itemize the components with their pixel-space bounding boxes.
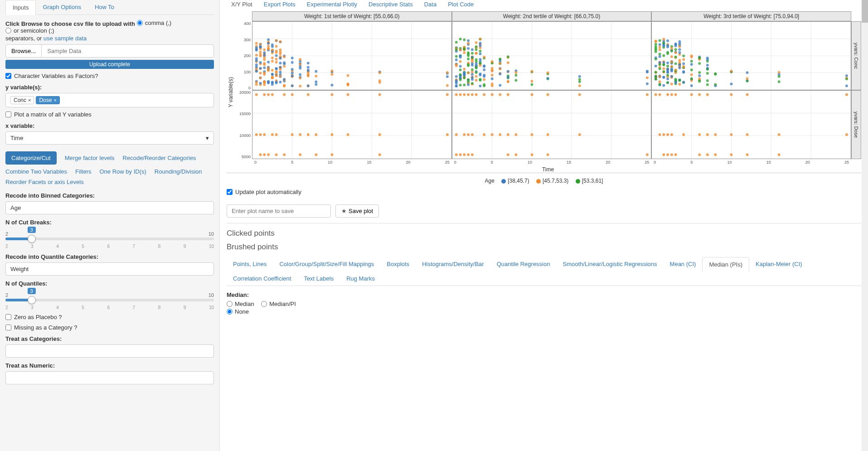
browse-button[interactable]: Browse... [5, 44, 42, 58]
yvar-select[interactable]: Conc× Dose× [5, 93, 214, 107]
recode-binned-select[interactable]: Age [5, 201, 214, 214]
svg-point-217 [455, 75, 457, 78]
tab-how-to[interactable]: How To [88, 0, 121, 15]
svg-point-658 [475, 93, 477, 96]
median-radio-medianpi[interactable]: Median/PI [261, 301, 296, 307]
svg-point-588 [845, 84, 848, 87]
rounding-link[interactable]: Rounding/Division [155, 168, 202, 175]
tab-correlation[interactable]: Correlation Coefficient [227, 272, 297, 286]
svg-point-294 [471, 58, 474, 61]
svg-point-621 [307, 93, 310, 96]
filters-link[interactable]: Filters [75, 168, 91, 175]
tab-quantile-reg[interactable]: Quantile Regression [490, 257, 557, 272]
tab-data[interactable]: Data [424, 1, 436, 8]
svg-point-473 [666, 68, 669, 70]
tab-smooth-reg[interactable]: Smooth/Linear/Logistic Regressions [556, 257, 663, 272]
svg-point-696 [666, 133, 669, 136]
svg-point-318 [479, 53, 481, 55]
svg-point-543 [690, 63, 693, 66]
recode-quantile-select[interactable]: Weight [5, 262, 214, 276]
one-row-ids-link[interactable]: One Row by ID(s) [99, 168, 146, 175]
char-vars-factors-checkbox[interactable]: Character Variables as Factors? [5, 73, 214, 79]
treat-numeric-select[interactable] [5, 371, 214, 384]
facet-panel[interactable] [252, 21, 452, 90]
tab-median-pis[interactable]: Median (PIs) [702, 257, 749, 272]
svg-point-456 [663, 67, 665, 70]
svg-point-721 [845, 133, 848, 136]
tab-rug-marks[interactable]: Rug Marks [340, 272, 381, 286]
svg-point-483 [670, 55, 673, 58]
tab-mean-ci[interactable]: Mean (CI) [664, 257, 703, 272]
slider-handle[interactable] [28, 296, 36, 304]
svg-point-232 [459, 65, 461, 68]
svg-point-307 [475, 52, 477, 55]
tab-text-labels[interactable]: Text Labels [297, 272, 340, 286]
zero-placebo-checkbox[interactable]: Zero as Placebo ? [5, 314, 214, 320]
plot-matrix-checkbox[interactable]: Plot a matrix of all Y variables [5, 111, 214, 118]
sidebar-panel: Inputs Graph Options How To Click Browse… [0, 0, 220, 451]
svg-point-501 [674, 51, 677, 54]
svg-point-393 [646, 77, 649, 79]
categorize-cut-button[interactable]: Categorize/Cut [5, 151, 57, 165]
tab-mappings[interactable]: Color/Group/Split/Size/Fill Mappings [273, 257, 380, 272]
recode-reorder-link[interactable]: Recode/Reorder Categories [123, 155, 196, 161]
slider-handle[interactable] [28, 235, 36, 243]
svg-point-332 [479, 50, 481, 53]
reorder-facets-link[interactable]: Reorder Facets or axis Levels [5, 179, 84, 185]
svg-point-351 [490, 82, 493, 85]
scrollbar[interactable] [862, 0, 868, 451]
n-cut-breaks-slider[interactable]: 210 3 2345678910 [5, 231, 214, 249]
yvar-tag-conc[interactable]: Conc× [10, 96, 34, 104]
missing-category-checkbox[interactable]: Missing as a Category ? [5, 324, 214, 331]
facet-panel[interactable] [252, 90, 452, 159]
median-radio-none[interactable]: None [227, 308, 249, 315]
facet-panel[interactable] [452, 21, 652, 90]
sep-comma-radio[interactable]: comma (,) [137, 19, 172, 26]
facet-panel[interactable] [651, 21, 851, 90]
sep-semicolon-radio[interactable]: or semicolon (;) [5, 27, 54, 34]
svg-point-362 [499, 68, 501, 70]
tab-export[interactable]: Export Plots [264, 1, 296, 8]
tab-stats[interactable]: Descriptive Stats [369, 1, 413, 8]
svg-point-435 [659, 43, 661, 46]
merge-levels-link[interactable]: Merge factor levels [65, 155, 115, 161]
median-radio-median[interactable]: Median [227, 301, 254, 307]
svg-point-187 [347, 74, 349, 77]
yvar-tag-dose[interactable]: Dose× [36, 96, 59, 104]
svg-point-542 [690, 73, 693, 76]
plot-name-input[interactable] [227, 204, 331, 218]
tab-plotly[interactable]: Experimental Plotly [307, 1, 357, 8]
sample-data-button[interactable]: Sample Data [41, 44, 214, 58]
svg-point-672 [530, 93, 533, 96]
svg-point-562 [706, 79, 709, 82]
svg-point-372 [506, 76, 509, 78]
close-icon[interactable]: × [53, 97, 56, 103]
svg-point-494 [670, 60, 673, 63]
close-icon[interactable]: × [28, 97, 31, 103]
svg-point-703 [683, 133, 685, 136]
tab-plotcode[interactable]: Plot Code [448, 1, 474, 8]
tab-boxplots[interactable]: Boxplots [380, 257, 416, 272]
xvar-select[interactable]: Time ▾ [5, 131, 214, 145]
update-auto-checkbox[interactable]: Update plot automatically [227, 189, 861, 195]
combine-vars-link[interactable]: Combine Two Variables [5, 168, 67, 175]
tab-histograms[interactable]: Histograms/Density/Bar [416, 257, 490, 272]
tab-points-lines[interactable]: Points, Lines [227, 257, 273, 272]
facet-panel[interactable] [651, 90, 851, 159]
use-sample-data-link[interactable]: use sample data [44, 35, 87, 42]
svg-point-159 [299, 73, 301, 76]
treat-categories-select[interactable] [5, 344, 214, 358]
svg-point-132 [279, 40, 281, 43]
svg-point-521 [679, 83, 681, 86]
save-plot-button[interactable]: Save plot [335, 204, 379, 218]
tab-kaplan-meier[interactable]: Kaplan-Meier (CI) [749, 257, 809, 272]
svg-point-568 [706, 72, 709, 75]
svg-point-657 [471, 93, 474, 96]
facet-panel[interactable] [452, 90, 652, 159]
tab-xy-plot[interactable]: X/Y Plot [231, 1, 252, 8]
n-quantiles-slider[interactable]: 210 3 2345678910 [5, 292, 214, 310]
svg-point-574 [714, 73, 717, 75]
scrollbar-thumb[interactable] [862, 0, 868, 23]
tab-graph-options[interactable]: Graph Options [36, 0, 88, 15]
tab-inputs[interactable]: Inputs [5, 0, 36, 15]
